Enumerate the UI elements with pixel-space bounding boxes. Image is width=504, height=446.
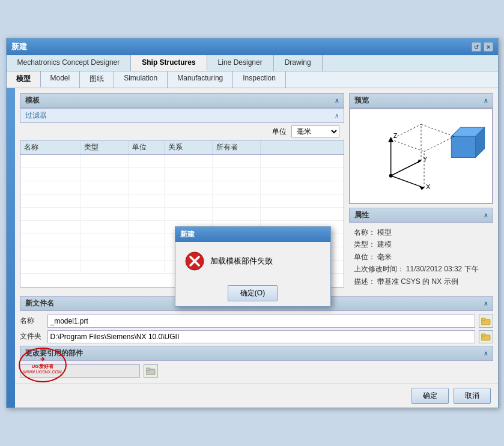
preview-section-header: 预览 ∧ — [349, 93, 493, 108]
right-panel: 预览 ∧ — [349, 93, 493, 291]
table-row[interactable] — [20, 181, 344, 194]
error-dialog: 新建 加载模板部件失败 确定(O) — [175, 226, 331, 307]
dialog-body: 加载模板部件失败 — [175, 242, 330, 280]
tab-tuzhia[interactable]: 图纸 — [80, 71, 114, 88]
col-owner: 所有者 — [213, 140, 261, 154]
more-section-header: 更改要引用的部件 ∧ — [20, 346, 493, 361]
name-input[interactable] — [47, 315, 475, 328]
title-bar: 新建 ↺ ✕ — [7, 38, 498, 55]
tab-mechatronics[interactable]: Mechatronics Concept Designer — [7, 55, 132, 71]
more-input-row — [20, 361, 493, 381]
properties-section: 属性 ∧ 名称： 模型 类型： 建模 — [349, 208, 493, 291]
left-strip — [7, 88, 15, 408]
watermark: ✈ UG爱好者 WWW.UGSNX.COM — [19, 348, 67, 382]
tab-simulation[interactable]: Simulation — [114, 71, 168, 88]
table-row[interactable] — [20, 194, 344, 208]
watermark-text2: WWW.UGSNX.COM — [23, 370, 62, 374]
more-browse-button[interactable] — [144, 364, 158, 378]
unit-select[interactable]: 毫米 英寸 — [291, 125, 339, 137]
tab-drawing[interactable]: Drawing — [274, 55, 323, 71]
dialog-ok-button[interactable]: 确定(O) — [228, 285, 278, 301]
svg-rect-24 — [146, 368, 150, 370]
prop-unit-row: 单位： 毫米 — [354, 251, 488, 263]
top-tab-row: Mechatronics Concept Designer Ship Struc… — [7, 55, 498, 71]
prop-desc-value: 带基准 CSYS 的 NX 示例 — [377, 277, 458, 286]
filter-chevron-icon: ∧ — [335, 112, 339, 119]
table-header: 名称 类型 单位 关系 所有者 — [20, 140, 344, 155]
watermark-icon: ✈ — [40, 356, 45, 363]
table-row[interactable] — [20, 168, 344, 181]
template-chevron-icon: ∧ — [335, 97, 339, 104]
tab-manufacturing[interactable]: Manufacturing — [168, 71, 233, 88]
prop-unit-value: 毫米 — [377, 253, 392, 261]
dialog-titlebar: 新建 — [175, 227, 330, 242]
svg-marker-1 — [451, 136, 475, 157]
preview-svg: Z Y X — [350, 109, 492, 203]
table-row[interactable] — [20, 208, 344, 221]
props-chevron-icon: ∧ — [484, 212, 488, 218]
more-chevron-icon: ∧ — [484, 350, 488, 357]
template-section-header: 模板 ∧ — [20, 93, 344, 108]
tab-ship-structures[interactable]: Ship Structures — [131, 55, 207, 71]
prop-type-row: 类型： 建模 — [354, 238, 488, 250]
filter-bar[interactable]: 过滤器 ∧ — [20, 108, 344, 123]
svg-rect-20 — [481, 318, 485, 321]
folder-field-label: 文件夹 — [20, 331, 44, 342]
main-window: 新建 ↺ ✕ Mechatronics Concept Designer Shi… — [6, 38, 499, 408]
folder-icon — [481, 317, 491, 325]
prop-type-value: 建模 — [377, 240, 392, 249]
tab-model[interactable]: Model — [41, 71, 80, 88]
prop-desc-row: 描述： 带基准 CSYS 的 NX 示例 — [354, 276, 488, 288]
prop-modified-label: 上次修改时间： — [354, 265, 404, 273]
dialog-title: 新建 — [180, 230, 195, 238]
template-title: 模板 — [25, 95, 40, 106]
tab-line-designer[interactable]: Line Designer — [207, 55, 274, 71]
folder-icon — [146, 367, 156, 375]
col-name: 名称 — [20, 140, 80, 154]
prop-desc-label: 描述： — [354, 277, 375, 286]
svg-text:Z: Z — [393, 132, 397, 139]
tab-inspection[interactable]: Inspection — [233, 71, 286, 88]
tab-moxing[interactable]: 模型 — [7, 71, 41, 88]
filename-fields: 名称 文件夹 — [20, 311, 493, 346]
name-field-row: 名称 — [20, 315, 493, 328]
close-button[interactable]: ✕ — [484, 42, 493, 52]
svg-point-18 — [389, 174, 392, 178]
unit-row: 单位 毫米 英寸 — [20, 123, 344, 140]
footer: 确定 取消 — [15, 384, 498, 408]
filename-chevron-icon: ∧ — [484, 300, 488, 307]
props-section-header: 属性 ∧ — [349, 208, 493, 223]
prop-name-label: 名称： — [354, 228, 375, 237]
name-browse-button[interactable] — [479, 315, 493, 328]
folder-browse-button[interactable] — [479, 330, 493, 343]
prop-type-label: 类型： — [354, 240, 375, 249]
dialog-message: 加载模板部件失败 — [210, 256, 273, 267]
table-row[interactable] — [20, 155, 344, 168]
col-type: 类型 — [80, 140, 129, 154]
ok-button[interactable]: 确定 — [411, 388, 449, 404]
restore-button[interactable]: ↺ — [472, 42, 481, 52]
col-unit: 单位 — [129, 140, 165, 154]
filename-title: 新文件名 — [25, 298, 54, 309]
prop-modified-row: 上次修改时间： 11/30/2012 03:32 下午 — [354, 263, 488, 275]
svg-rect-22 — [481, 334, 485, 336]
props-title: 属性 — [354, 210, 369, 220]
error-icon — [185, 252, 204, 271]
title-bar-controls: ↺ ✕ — [472, 42, 493, 52]
bottom-tab-row: 模型 Model 图纸 Simulation Manufacturing Ins… — [7, 71, 498, 88]
window-body: 模板 ∧ 过滤器 ∧ 单位 毫米 — [7, 88, 498, 408]
filter-label: 过滤器 — [25, 110, 47, 121]
prop-unit-label: 单位： — [354, 253, 375, 261]
props-content: 名称： 模型 类型： 建模 单位： 毫米 — [349, 223, 493, 291]
folder-field-row: 文件夹 — [20, 330, 493, 343]
dialog-footer: 确定(O) — [175, 280, 330, 306]
more-section: 更改要引用的部件 ∧ ✈ UG爱好者 WWW.UG — [15, 346, 498, 384]
svg-text:X: X — [426, 183, 431, 190]
cancel-button[interactable]: 取消 — [454, 388, 491, 404]
unit-label: 单位 — [272, 127, 287, 137]
folder-icon — [481, 333, 491, 341]
folder-input[interactable] — [47, 330, 475, 343]
name-field-label: 名称 — [20, 316, 44, 326]
window-title: 新建 — [11, 41, 27, 52]
preview-title: 预览 — [354, 95, 369, 106]
